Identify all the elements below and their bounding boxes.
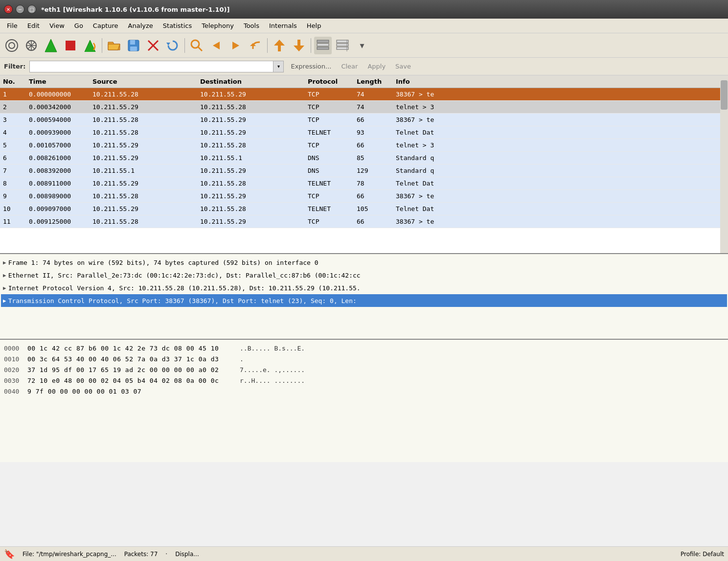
menu-item-capture[interactable]: Capture [88,20,123,31]
minimize-window-button[interactable]: − [16,5,24,14]
color-rules-button[interactable] [314,37,332,54]
cell-time: 0.008911000 [27,180,91,187]
detail-arrow: ▶ [3,272,6,279]
detail-row[interactable]: ▶ Transmission Control Protocol, Src Por… [1,294,727,307]
detail-row[interactable]: ▶ Ethernet II, Src: Parallel_2e:73:dc (0… [1,269,727,281]
interfaces-button[interactable] [3,37,21,54]
maximize-window-button[interactable]: □ [27,5,36,14]
header-no: No. [0,78,27,85]
toolbar-separator-2 [184,38,185,53]
table-row[interactable]: 3 0.000594000 10.211.55.28 10.211.55.29 … [0,114,728,126]
table-row[interactable]: 9 0.008989000 10.211.55.28 10.211.55.29 … [0,190,728,203]
table-row[interactable]: 8 0.008911000 10.211.55.29 10.211.55.28 … [0,177,728,190]
close-window-button[interactable]: ✕ [4,5,13,14]
svg-rect-23 [317,40,329,43]
cell-source: 10.211.55.28 [91,129,198,136]
cell-info: Telnet Dat [394,205,728,212]
stop-capture-button[interactable] [62,37,79,54]
cell-no: 6 [0,154,27,162]
svg-marker-7 [45,39,57,52]
menu-item-tools[interactable]: Tools [239,20,264,31]
find-button[interactable] [188,37,205,54]
options-button[interactable] [23,37,40,54]
menu-item-help[interactable]: Help [302,20,326,31]
svg-point-16 [191,40,199,48]
cell-destination: 10.211.55.29 [198,218,306,225]
hex-bytes: 72 10 e0 48 00 00 02 04 05 b4 04 02 08 0… [27,377,238,384]
detail-row[interactable]: ▶ Frame 1: 74 bytes on wire (592 bits), … [1,256,727,269]
cell-destination: 10.211.55.1 [198,154,306,162]
save-filter-button[interactable]: Save [392,62,414,71]
table-row[interactable]: 11 0.009125000 10.211.55.28 10.211.55.29… [0,215,728,228]
cell-info: Telnet Dat [394,129,728,136]
cell-source: 10.211.55.29 [91,180,198,187]
header-source: Source [91,78,198,85]
cell-no: 5 [0,141,27,149]
reload-button[interactable] [164,37,182,54]
titlebar: ✕ − □ *eth1 [Wireshark 1.10.6 (v1.10.6 f… [0,0,728,19]
cell-info: Standard q [394,154,728,162]
save-file-button[interactable] [125,37,142,54]
cell-length: 85 [355,154,394,162]
packet-list-scroll-thumb[interactable] [721,80,728,110]
next-packet-button[interactable] [227,37,245,54]
table-row[interactable]: 10 0.009097000 10.211.55.29 10.211.55.28… [0,203,728,215]
svg-line-17 [198,47,202,51]
table-row[interactable]: 5 0.001057000 10.211.55.29 10.211.55.28 … [0,139,728,152]
clear-filter-button[interactable]: Clear [338,62,361,71]
svg-rect-25 [317,47,329,49]
hex-bytes: 00 1c 42 cc 87 b6 00 1c 42 2e 73 dc 08 0… [27,345,238,352]
apply-filter-button[interactable]: Apply [364,62,388,71]
packet-list: No. Time Source Destination Protocol Len… [0,75,728,254]
cell-time: 0.009097000 [27,205,91,212]
more-tools-button[interactable]: ▾ [353,37,371,54]
table-row[interactable]: 1 0.000000000 10.211.55.28 10.211.55.29 … [0,88,728,101]
expression-button[interactable]: Expression... [288,62,334,71]
filter-dropdown-button[interactable]: ▾ [273,61,284,72]
cell-length: 74 [355,103,394,111]
svg-marker-9 [84,40,96,52]
close-file-button[interactable] [144,37,162,54]
scroll-up-button[interactable] [271,37,288,54]
menu-item-telephony[interactable]: Telephony [197,20,239,31]
detail-text: Ethernet II, Src: Parallel_2e:73:dc (00:… [8,272,361,279]
detail-arrow: ▶ [3,285,6,291]
packet-list-scrollbar[interactable] [720,75,728,253]
prev-packet-button[interactable] [207,37,225,54]
filter-input[interactable] [29,61,273,72]
cell-time: 0.000000000 [27,91,91,98]
svg-marker-15 [166,43,170,46]
menu-item-analyze[interactable]: Analyze [123,20,158,31]
cell-no: 8 [0,180,27,187]
restart-capture-button[interactable] [81,37,99,54]
cell-no: 11 [0,218,27,225]
hex-offset: 0030 [4,377,25,384]
status-displayed: · [165,551,167,558]
menu-item-file[interactable]: File [2,20,23,31]
open-file-button[interactable] [105,37,123,54]
cell-protocol: TCP [306,141,355,149]
packet-list-header: No. Time Source Destination Protocol Len… [0,75,728,88]
detail-row[interactable]: ▶ Internet Protocol Version 4, Src: 10.2… [1,281,727,294]
cell-info: telnet > 3 [394,141,728,149]
toolbar-separator-1 [102,38,102,53]
cell-info: 38367 > te [394,218,728,225]
svg-rect-28 [337,47,348,49]
menu-item-view[interactable]: View [45,20,69,31]
filter-label: Filter: [4,63,25,70]
menu-item-edit[interactable]: Edit [23,20,45,31]
menu-item-statistics[interactable]: Statistics [158,20,197,31]
preferences-button[interactable] [334,37,351,54]
jump-back-button[interactable] [247,37,264,54]
start-capture-button[interactable] [42,37,60,54]
scroll-down-button[interactable] [290,37,308,54]
cell-length: 105 [355,205,394,212]
table-row[interactable]: 4 0.000939000 10.211.55.28 10.211.55.29 … [0,126,728,139]
table-row[interactable]: 2 0.000342000 10.211.55.29 10.211.55.28 … [0,101,728,114]
menu-item-go[interactable]: Go [69,20,88,31]
table-row[interactable]: 7 0.008392000 10.211.55.1 10.211.55.29 D… [0,164,728,177]
cell-length: 66 [355,192,394,200]
hex-row: 0000 00 1c 42 cc 87 b6 00 1c 42 2e 73 dc… [4,343,724,353]
menu-item-internals[interactable]: Internals [264,20,302,31]
table-row[interactable]: 6 0.008261000 10.211.55.29 10.211.55.1 D… [0,152,728,164]
